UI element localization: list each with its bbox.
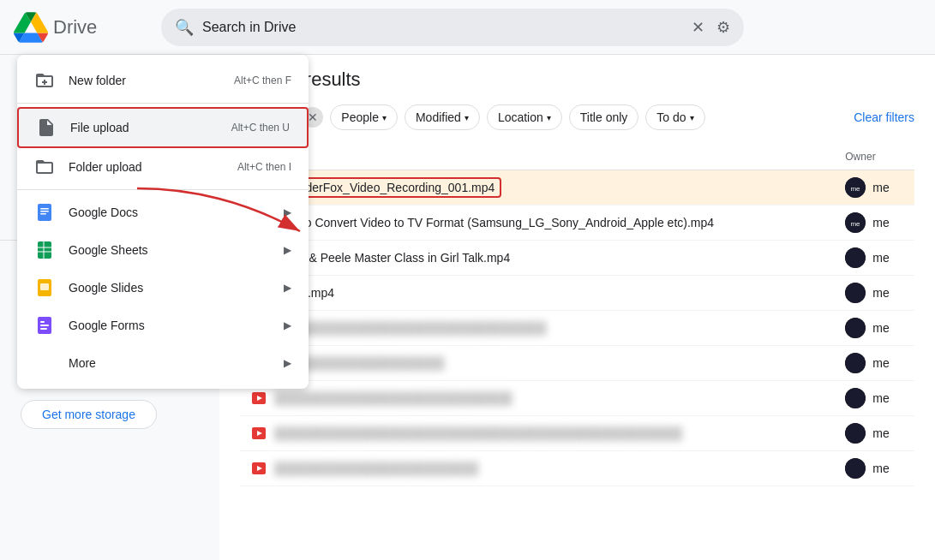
svg-point-16 <box>845 318 866 338</box>
file-name: ████████████████████████████ <box>274 391 512 405</box>
more-item[interactable]: More ▶ <box>17 344 309 382</box>
page-title: Search results <box>240 69 914 91</box>
get-storage-button[interactable]: Get more storage <box>21 400 157 429</box>
search-input[interactable] <box>202 20 683 35</box>
logo-area: Drive <box>14 10 151 45</box>
avatar <box>845 458 866 479</box>
filter-modified-label: Modified <box>416 110 461 124</box>
filter-todo-chip[interactable]: To do ▾ <box>645 104 704 130</box>
svg-point-10 <box>845 247 866 268</box>
svg-rect-40 <box>40 283 49 290</box>
drive-logo-icon <box>14 10 48 45</box>
owner-cell: me <box>845 458 904 479</box>
file-upload-item[interactable]: File upload Alt+C then U <box>17 107 309 148</box>
svg-rect-31 <box>38 204 51 221</box>
folder-upload-icon <box>34 157 55 177</box>
more-arrow-icon: ▶ <box>284 357 291 369</box>
clear-filters-button[interactable]: Clear filters <box>854 110 914 124</box>
search-clear-icon[interactable]: ✕ <box>692 18 704 37</box>
file-name: ████████████████████████████████ <box>274 321 546 335</box>
search-bar[interactable]: 🔍 ✕ ⚙ <box>161 9 744 46</box>
avatar <box>845 318 866 338</box>
filter-location-chip[interactable]: Location ▾ <box>487 104 562 130</box>
avatar <box>845 283 866 303</box>
main-content: Search results Type ▾ ✕ People ▾ Modifie… <box>219 55 935 560</box>
table-row[interactable]: How to Convert Video to TV Format (Samsu… <box>240 206 914 241</box>
google-slides-item[interactable]: Google Slides ▶ <box>17 269 309 307</box>
filter-modified-chip[interactable]: Modified ▾ <box>405 104 480 130</box>
google-sheets-label: Google Sheets <box>69 243 148 257</box>
video-file-icon <box>250 390 267 407</box>
new-folder-item[interactable]: New folder Alt+C then F <box>17 62 309 99</box>
svg-rect-35 <box>38 241 51 259</box>
google-sheets-arrow-icon: ▶ <box>284 244 291 256</box>
svg-rect-43 <box>40 325 49 326</box>
filter-people-label: People <box>341 110 379 124</box>
svg-point-22 <box>845 388 866 408</box>
google-sheets-item[interactable]: Google Sheets ▶ <box>17 231 309 269</box>
table-row[interactable]: ████████████████████████████████████████… <box>240 416 914 451</box>
location-chevron-icon: ▾ <box>547 113 551 122</box>
avatar <box>845 388 866 408</box>
file-upload-icon <box>36 117 57 138</box>
file-row: ████████████████████ <box>250 354 824 372</box>
google-docs-item[interactable]: Google Docs ▶ <box>17 194 309 231</box>
svg-rect-44 <box>40 328 47 330</box>
svg-point-28 <box>845 458 866 479</box>
todo-chevron-icon: ▾ <box>690 113 694 122</box>
avatar <box>845 247 866 268</box>
new-folder-label: New folder <box>69 74 126 87</box>
search-options-icon[interactable]: ⚙ <box>716 18 730 37</box>
owner-cell: me <box>845 247 904 268</box>
table-row[interactable]: output.mp4 me <box>240 276 914 311</box>
table-row[interactable]: A Key & Peele Master Class in Girl Talk.… <box>240 241 914 276</box>
col-name-header: Name <box>240 144 835 170</box>
file-name: How to Convert Video to TV Format (Samsu… <box>274 216 714 229</box>
folder-upload-item[interactable]: Folder upload Alt+C then I <box>17 148 309 186</box>
filter-bar: Type ▾ ✕ People ▾ Modified ▾ Location ▾ … <box>240 104 914 130</box>
owner-name: me <box>872 216 889 229</box>
filter-title-chip[interactable]: Title only <box>569 104 639 130</box>
table-row[interactable]: ████████████████████████████ me <box>240 381 914 416</box>
owner-name: me <box>872 286 889 300</box>
google-docs-icon <box>34 202 55 223</box>
google-slides-icon <box>34 277 55 298</box>
file-row: ████████████████████████ <box>250 460 824 477</box>
table-row[interactable]: WonderFox_Video_Recording_001.mp4 me me <box>240 170 914 206</box>
file-row: output.mp4 <box>250 284 824 301</box>
avatar <box>845 423 866 444</box>
google-slides-label: Google Slides <box>69 281 143 295</box>
owner-cell: me <box>845 318 904 338</box>
table-row[interactable]: ████████████████████ me <box>240 346 914 381</box>
new-folder-icon <box>34 70 55 91</box>
menu-divider-1 <box>17 103 309 104</box>
file-row: ████████████████████████████████ <box>250 319 824 337</box>
table-row[interactable]: ████████████████████████ me <box>240 451 914 486</box>
more-label: More <box>69 356 96 370</box>
owner-name: me <box>872 426 889 440</box>
table-row[interactable]: ████████████████████████████████ me <box>240 311 914 346</box>
owner-cell: me <box>845 388 904 408</box>
file-upload-shortcut: Alt+C then U <box>231 122 290 134</box>
modified-chevron-icon: ▾ <box>465 113 469 122</box>
filter-people-chip[interactable]: People ▾ <box>330 104 398 130</box>
avatar: me <box>845 177 866 198</box>
file-name: A Key & Peele Master Class in Girl Talk.… <box>274 251 510 265</box>
svg-text:me: me <box>851 185 861 193</box>
google-forms-item[interactable]: Google Forms ▶ <box>17 307 309 344</box>
file-upload-label: File upload <box>70 121 129 134</box>
google-docs-arrow-icon: ▶ <box>284 206 291 218</box>
search-icon: 🔍 <box>175 18 194 37</box>
folder-upload-label: Folder upload <box>69 160 142 174</box>
file-name: ████████████████████████ <box>274 462 478 475</box>
owner-cell: me me <box>845 212 904 233</box>
filter-todo-label: To do <box>656 110 686 124</box>
app-name: Drive <box>53 16 97 39</box>
file-row: ████████████████████████████ <box>250 390 824 407</box>
owner-cell: me <box>845 283 904 303</box>
col-owner-header: Owner <box>835 144 914 170</box>
people-chevron-icon: ▾ <box>382 113 387 122</box>
owner-cell: me me <box>845 177 904 198</box>
owner-name: me <box>872 391 889 405</box>
owner-cell: me <box>845 423 904 444</box>
